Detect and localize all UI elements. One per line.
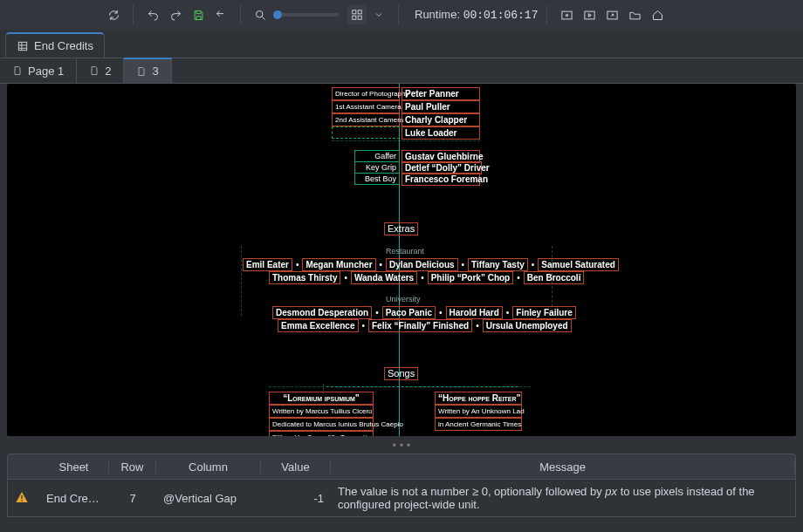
layout-dropdown[interactable] (368, 4, 389, 25)
name-ac2b: Luke Loader (402, 126, 480, 140)
hdr-sheet[interactable]: Sheet (39, 460, 109, 474)
subsec-university: University (386, 295, 421, 304)
university-line2: Emma Excellence• Felix “Finally” Finishe… (278, 319, 572, 332)
restaurant-line2: Thomas Thirsty• Wanda Waters• Philip “Po… (269, 271, 584, 284)
song2: “Hoppe hoppe Reiter” Written by An Unkno… (435, 392, 522, 431)
hdr-column[interactable]: Column (156, 460, 261, 474)
role-dop: Director of Photography (332, 87, 400, 100)
page-tab-3[interactable]: 3 (124, 58, 171, 83)
home-button[interactable] (647, 4, 668, 25)
role-ac2: 2nd Assistant Camera (332, 113, 400, 126)
hdr-value[interactable]: Value (261, 460, 331, 474)
runtime-label: Runtime: 00:01:06:17 (415, 8, 538, 22)
message-row[interactable]: End Cre… 7 @Vertical Gap -1 The value is… (7, 480, 796, 517)
preview-button-3[interactable] (601, 4, 622, 25)
runtime-value: 00:01:06:17 (463, 9, 539, 22)
name-ac1: Paul Puller (402, 100, 480, 113)
preview-canvas[interactable]: Director of Photography 1st Assistant Ca… (7, 84, 796, 436)
song1: “Loremium ipsumium” Written by Marcus Tu… (269, 392, 374, 436)
messages-header: Sheet Row Column Value Message (7, 454, 796, 480)
layout-grid-button[interactable] (347, 5, 367, 24)
open-folder-button[interactable] (624, 4, 645, 25)
page-tabs: Page 1 2 3 (0, 58, 803, 84)
svg-rect-1 (353, 10, 356, 14)
zoom-slider[interactable] (276, 13, 339, 17)
svg-rect-3 (353, 16, 356, 19)
search-button[interactable] (250, 4, 271, 25)
section-extras: Extras (384, 222, 418, 235)
cell-row: 7 (109, 487, 156, 510)
preview-button-2[interactable] (579, 4, 600, 25)
hdr-message[interactable]: Message (331, 460, 795, 474)
subsec-restaurant: Restaurant (386, 247, 424, 256)
svg-point-6 (566, 14, 568, 17)
cell-column: @Vertical Gap (156, 487, 261, 510)
section-songs: Songs (384, 367, 418, 380)
svg-point-0 (256, 10, 263, 17)
page-tab-2[interactable]: 2 (77, 58, 124, 83)
panel-splitter[interactable]: • • • (0, 436, 803, 454)
document-tabs: End Credits (0, 30, 803, 58)
cell-sheet: End Cre… (39, 487, 109, 510)
revert-button[interactable] (210, 4, 231, 25)
refresh-button[interactable] (103, 4, 124, 25)
tab-label: End Credits (34, 39, 93, 52)
university-line1: Desmond Desperation• Paco Panic• Harold … (272, 306, 576, 319)
svg-rect-11 (21, 500, 22, 501)
svg-rect-2 (358, 10, 361, 14)
preview-button-1[interactable] (556, 4, 577, 25)
name-bestboy: Francesco Foreman (402, 173, 480, 186)
hdr-row[interactable]: Row (109, 460, 156, 474)
name-dop: Peter Panner (402, 87, 480, 100)
svg-rect-9 (18, 42, 26, 50)
tab-end-credits[interactable]: End Credits (5, 32, 105, 58)
cell-message: The value is not a number ≥ 0, optionall… (331, 480, 795, 516)
svg-rect-4 (358, 16, 361, 19)
warning-icon (8, 485, 39, 512)
redo-button[interactable] (165, 4, 186, 25)
undo-button[interactable] (142, 4, 163, 25)
page-tab-1[interactable]: Page 1 (0, 58, 77, 83)
save-button[interactable] (188, 4, 209, 25)
role-ac1: 1st Assistant Camera (332, 100, 400, 113)
cell-value: -1 (261, 487, 331, 510)
restaurant-line1: Emil Eater• Megan Muncher• Dylan Delicio… (243, 258, 619, 271)
main-toolbar: Runtime: 00:01:06:17 (0, 0, 803, 30)
name-ac2: Charly Clapper (402, 113, 480, 126)
svg-rect-10 (21, 495, 22, 499)
